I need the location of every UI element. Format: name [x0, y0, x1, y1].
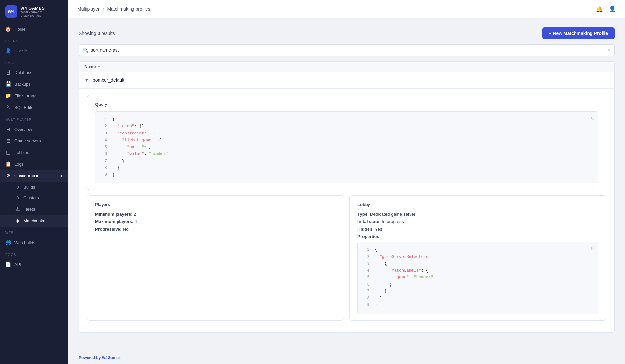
sidebar-item-label: Matchmaker [23, 218, 47, 223]
profile-header[interactable]: ▼ bomber_default ⋮ [79, 72, 614, 89]
prop-line-8: 8 ] [363, 295, 593, 302]
sidebar-item-matchmaker[interactable]: ◈ Matchmaker [0, 215, 68, 227]
lobby-hidden-val: Yes [375, 227, 382, 231]
logo-sub: WORKSPACE DASHBOARD [21, 11, 63, 17]
sql-editor-icon: ✎ [5, 105, 11, 110]
logo-title: W4 GAMES [21, 6, 63, 11]
min-players-val: 2 [134, 212, 136, 217]
sidebar-item-web-builds[interactable]: 🌐 Web builds [0, 237, 68, 248]
breadcrumb-matchmaking[interactable]: Matchmaking profiles [107, 7, 150, 12]
copy-code-icon[interactable]: ⎘ [591, 115, 594, 122]
home-icon: 🏠 [5, 26, 11, 32]
sidebar-item-clusters[interactable]: ⬡ Clusters [0, 192, 68, 203]
collapse-icon[interactable]: ▼ [84, 77, 89, 83]
profile-body: Query ⎘ 1{ 2 "joins": {}, 3 "constraints… [79, 89, 614, 332]
clear-search-icon[interactable]: ✕ [607, 48, 611, 53]
sidebar-item-user-list[interactable]: 👤 User list [0, 45, 68, 57]
lobby-properties-code: ⎘ 1{ 2 "gameServerSelectors": [ 3 { 4 "m… [357, 242, 598, 314]
profile-card: ▼ bomber_default ⋮ Query ⎘ 1{ 2 "joins":… [79, 72, 615, 333]
configuration-icon: ⚙ [5, 173, 11, 179]
api-icon: 📄 [5, 261, 11, 267]
prop-line-1: 1{ [363, 246, 593, 253]
user-account-icon[interactable]: 👤 [609, 6, 616, 13]
file-storage-icon: 📁 [5, 93, 11, 99]
sidebar-section-web: WEB [0, 227, 68, 237]
sidebar-item-label: File storage [14, 93, 36, 98]
column-name-header[interactable]: Name ▼ [84, 64, 101, 69]
code-line-3: 3 "constraints": { [101, 130, 593, 137]
prop-line-6: 6 } [363, 281, 593, 288]
sidebar-item-file-storage[interactable]: 📁 File storage [0, 90, 68, 102]
logo-text: W4 GAMES WORKSPACE DASHBOARD [21, 6, 63, 17]
new-matchmaking-profile-button[interactable]: + New Matchmaking Profile [542, 27, 615, 39]
query-section: Query ⎘ 1{ 2 "joins": {}, 3 "constraints… [87, 95, 606, 190]
copy-properties-icon[interactable]: ⎘ [591, 245, 594, 252]
search-input[interactable] [79, 44, 615, 56]
players-section: Players Minimum players: 2 Maximum playe… [87, 195, 344, 320]
sidebar-item-sql-editor[interactable]: ✎ SQL Editor [0, 102, 68, 113]
sidebar-item-builds[interactable]: ⬡ Builds [0, 182, 68, 192]
sidebar-item-fleets[interactable]: ⚠ Fleets [0, 203, 68, 215]
sidebar-item-label: Configuration [14, 174, 39, 178]
sidebar-item-label: Overview [14, 127, 32, 132]
lobby-properties-label: Properties: [357, 234, 598, 239]
backups-icon: 💾 [5, 81, 11, 87]
sidebar-item-label: Builds [23, 185, 35, 189]
profile-name: bomber_default [93, 77, 603, 83]
content-area: Showing 0 results + New Matchmaking Prof… [68, 18, 625, 352]
lobby-hidden-row: Hidden: Yes [357, 227, 598, 231]
sidebar-item-database[interactable]: 🗄 Database [0, 67, 68, 78]
sidebar-item-game-servers[interactable]: 🖥 Game servers [0, 135, 68, 147]
results-count: Showing 0 results [79, 31, 115, 36]
lobby-initial-state-label: Inital state: [357, 219, 381, 224]
sidebar-item-backups[interactable]: 💾 Backups [0, 78, 68, 90]
query-section-title: Query [95, 102, 598, 107]
footer: Powered by W4Games [68, 352, 625, 364]
prop-line-2: 2 "gameServerSelectors": [ [363, 254, 593, 260]
profile-actions-menu[interactable]: ⋮ [603, 77, 609, 84]
brand-name: W4Games [102, 356, 121, 360]
min-players-row: Minimum players: 2 [95, 212, 336, 217]
search-icon: 🔍 [83, 48, 88, 53]
topbar-icons: 🔔 👤 [596, 6, 616, 13]
topbar: Multiplayer / Matchmaking profiles 🔔 👤 [68, 0, 625, 18]
code-line-4: 4 "ticket.game": { [101, 137, 593, 144]
progressive-label: Progressive: [95, 227, 122, 231]
logo: W4 W4 GAMES WORKSPACE DASHBOARD [0, 0, 68, 23]
query-code-block: ⎘ 1{ 2 "joins": {}, 3 "constraints": { 4… [95, 111, 598, 183]
sidebar-section-multiplayer: MULTIPLAYER [0, 113, 68, 123]
sidebar-item-label: Logs [14, 162, 23, 167]
min-players-label: Minimum players: [95, 212, 132, 217]
max-players-label: Maximum players: [95, 219, 133, 224]
overview-icon: ⊞ [5, 126, 11, 132]
progressive-val: No [123, 227, 129, 231]
notification-icon[interactable]: 🔔 [596, 6, 603, 13]
sidebar-item-home[interactable]: 🏠 Home [0, 23, 68, 35]
results-prefix: Showing [79, 31, 98, 36]
breadcrumb-multiplayer[interactable]: Multiplayer [77, 7, 100, 12]
code-line-2: 2 "joins": {}, [101, 123, 593, 130]
prop-line-9: 9} [363, 302, 593, 309]
content-header: Showing 0 results + New Matchmaking Prof… [79, 27, 615, 39]
max-players-val: 4 [135, 219, 137, 224]
user-icon: 👤 [5, 48, 11, 54]
sidebar-section-users: USERS [0, 35, 68, 45]
sidebar-item-logs[interactable]: 📋 Logs [0, 158, 68, 170]
sidebar-item-overview[interactable]: ⊞ Overview [0, 123, 68, 135]
code-line-5: 5 "op": "=", [101, 144, 593, 151]
prop-line-4: 4 "matchLabels": { [363, 267, 593, 274]
table-header: Name ▼ [79, 61, 615, 72]
matchmaker-icon: ◈ [14, 218, 20, 224]
fleets-icon: ⚠ [14, 206, 20, 212]
sidebar-item-lobbies[interactable]: ◫ Lobbies [0, 147, 68, 158]
sidebar-item-label: User list [14, 49, 30, 53]
lobby-type-row: Type: Dedicated game server [357, 212, 598, 217]
max-players-row: Maximum players: 4 [95, 219, 336, 224]
breadcrumb-separator: / [103, 7, 104, 12]
sidebar-item-api[interactable]: 📄 API [0, 259, 68, 270]
sidebar-item-configuration[interactable]: ⚙ Configuration ▲ [0, 170, 68, 182]
sidebar-item-label: Database [14, 70, 33, 75]
sidebar-section-data: DATA [0, 57, 68, 67]
powered-by-text: Powered by [79, 356, 102, 360]
column-name-label: Name [84, 64, 96, 69]
